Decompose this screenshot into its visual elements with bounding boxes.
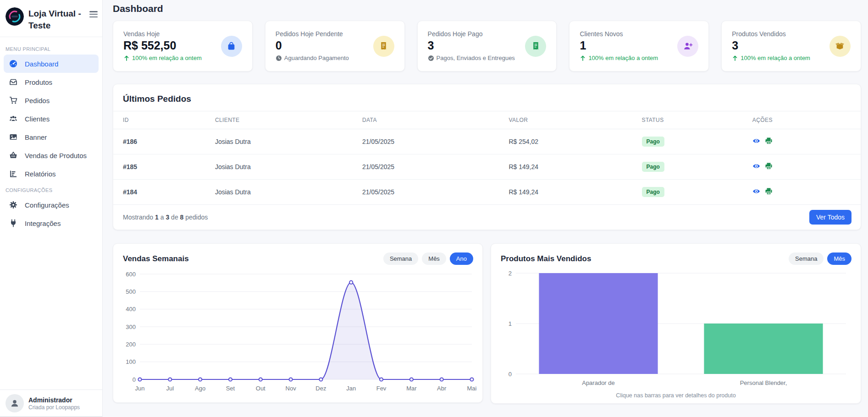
svg-text:300: 300 xyxy=(126,324,136,330)
stat-icon-circle xyxy=(373,36,394,57)
stat-icon-circle xyxy=(829,36,851,57)
svg-text:100: 100 xyxy=(126,358,136,365)
top-products-card: Produtos Mais Vendidos SemanaMês 012Apar… xyxy=(491,243,861,404)
stat-icon-circle xyxy=(525,36,546,57)
svg-text:Dez: Dez xyxy=(315,385,326,392)
sidebar-item-dashboard[interactable]: Dashboard xyxy=(4,55,99,73)
svg-text:Jul: Jul xyxy=(166,385,174,392)
arrow-up-icon xyxy=(732,55,738,61)
latest-orders-card: Últimos Pedidos IDCLIENTEDATAVALORSTATUS… xyxy=(113,84,861,230)
products-icon xyxy=(9,78,17,86)
sidebar-item-configuracoes[interactable]: Configurações xyxy=(4,196,99,214)
stat-subtext: Pagos, Enviados e Entregues xyxy=(428,55,515,61)
svg-text:Nov: Nov xyxy=(286,385,297,392)
toggle-semana[interactable]: Semana xyxy=(383,252,418,265)
printer-button[interactable] xyxy=(765,187,773,195)
sidebar-item-label: Configurações xyxy=(25,201,69,209)
printer-icon xyxy=(765,187,773,195)
table-row: #184Josias Dutra21/05/2025R$ 149,24Pago xyxy=(113,180,861,205)
svg-text:Jan: Jan xyxy=(346,385,356,392)
stat-card: Pedidos Hoje Pendente0Aguardando Pagamen… xyxy=(265,21,405,71)
stat-value: 3 xyxy=(732,39,810,52)
svg-text:Personal Blender,: Personal Blender, xyxy=(740,379,787,386)
gear-icon xyxy=(9,201,17,209)
user-avatar-icon xyxy=(6,394,24,412)
stat-value: R$ 552,50 xyxy=(123,39,202,52)
weekly-sales-line-chart[interactable]: 0100200300400500600JunJulAgoSetOutNovDez… xyxy=(120,269,477,396)
order-actions xyxy=(748,180,861,205)
order-status: Pago xyxy=(637,154,748,180)
eye-button[interactable] xyxy=(752,187,760,195)
printer-button[interactable] xyxy=(765,162,773,170)
sidebar-item-label: Clientes xyxy=(25,115,50,123)
stat-label: Produtos Vendidos xyxy=(732,30,810,38)
order-value: R$ 149,24 xyxy=(504,154,637,180)
sidebar-item-banner[interactable]: Banner xyxy=(4,128,99,146)
svg-text:Abr: Abr xyxy=(437,385,447,392)
open-box-icon xyxy=(835,41,845,51)
stat-card: Produtos Vendidos3100% em relação a onte… xyxy=(721,21,861,71)
receipt-icon xyxy=(379,41,388,51)
printer-button[interactable] xyxy=(765,137,773,145)
sidebar-item-relatorios[interactable]: Relatórios xyxy=(4,165,99,183)
eye-button[interactable] xyxy=(752,162,760,170)
sidebar-item-vendas-de-produtos[interactable]: Vendas de Produtos xyxy=(4,146,99,165)
svg-text:200: 200 xyxy=(126,341,136,348)
stat-card: Clientes Novos1100% em relação a ontem xyxy=(569,21,709,71)
image-icon xyxy=(9,133,17,141)
top-products-toggles: SemanaMês xyxy=(789,252,851,265)
sidebar-item-pedidos[interactable]: Pedidos xyxy=(4,91,99,110)
main-content: Dashboard Vendas HojeR$ 552,50100% em re… xyxy=(103,0,868,417)
sidebar-item-label: Vendas de Produtos xyxy=(25,152,87,159)
column-header-data: DATA xyxy=(358,111,504,129)
stat-subtext: 100% em relação a ontem xyxy=(732,55,810,61)
order-date: 21/05/2025 xyxy=(358,154,504,180)
user-subtitle: Criada por Loopapps xyxy=(28,404,80,411)
svg-text:Mar: Mar xyxy=(406,385,417,392)
eye-button[interactable] xyxy=(752,137,760,145)
order-client: Josias Dutra xyxy=(210,180,358,205)
sidebar-item-label: Pedidos xyxy=(25,97,50,104)
svg-text:Aparador de: Aparador de xyxy=(582,379,615,386)
svg-text:500: 500 xyxy=(126,288,136,295)
top-products-bar-chart[interactable]: 012Aparador dePersonal Blender, xyxy=(498,269,855,389)
eye-icon xyxy=(752,162,760,170)
stat-label: Vendas Hoje xyxy=(123,30,202,38)
basket-icon xyxy=(9,151,17,159)
sidebar-nav: MENU PRINCIPALDashboardProdutosPedidosCl… xyxy=(0,37,102,390)
sidebar-item-integracoes[interactable]: Integrações xyxy=(4,214,99,232)
svg-text:600: 600 xyxy=(126,271,136,278)
svg-text:Jun: Jun xyxy=(135,385,145,392)
bag-icon xyxy=(227,41,236,51)
page-title: Dashboard xyxy=(113,3,861,14)
arrow-up-icon xyxy=(123,55,130,61)
toggle-mes[interactable]: Mês xyxy=(422,252,446,265)
order-actions xyxy=(748,129,861,154)
svg-text:400: 400 xyxy=(126,306,136,313)
sidebar-item-label: Relatórios xyxy=(25,170,56,178)
svg-text:Out: Out xyxy=(256,385,265,392)
status-badge: Pago xyxy=(642,162,664,172)
order-value: R$ 254,02 xyxy=(504,129,637,154)
view-all-button[interactable]: Ver Todos xyxy=(809,210,851,225)
weekly-sales-toggles: SemanaMêsAno xyxy=(383,252,473,265)
sidebar-item-clientes[interactable]: Clientes xyxy=(4,110,99,128)
store-logo-icon xyxy=(6,7,24,26)
toggle-mes[interactable]: Mês xyxy=(827,252,851,265)
column-header-valor: VALOR xyxy=(504,111,637,129)
weekly-sales-card: Vendas Semanais SemanaMêsAno 01002003004… xyxy=(113,243,483,403)
toggle-ano[interactable]: Ano xyxy=(450,252,473,265)
order-client: Josias Dutra xyxy=(210,154,358,180)
receipt-icon xyxy=(531,41,541,51)
stat-value: 3 xyxy=(428,39,515,52)
stats-row: Vendas HojeR$ 552,50100% em relação a on… xyxy=(113,21,861,71)
toggle-semana[interactable]: Semana xyxy=(789,252,824,265)
sidebar-item-label: Dashboard xyxy=(25,60,58,68)
table-row: #185Josias Dutra21/05/2025R$ 149,24Pago xyxy=(113,154,861,180)
sidebar-item-produtos[interactable]: Produtos xyxy=(4,73,99,91)
sidebar-item-label: Banner xyxy=(25,133,47,141)
svg-text:Ago: Ago xyxy=(195,385,205,392)
stat-subtext: 100% em relação a ontem xyxy=(580,55,658,61)
menu-toggle-icon[interactable] xyxy=(88,10,99,18)
stat-card: Vendas HojeR$ 552,50100% em relação a on… xyxy=(113,21,253,71)
